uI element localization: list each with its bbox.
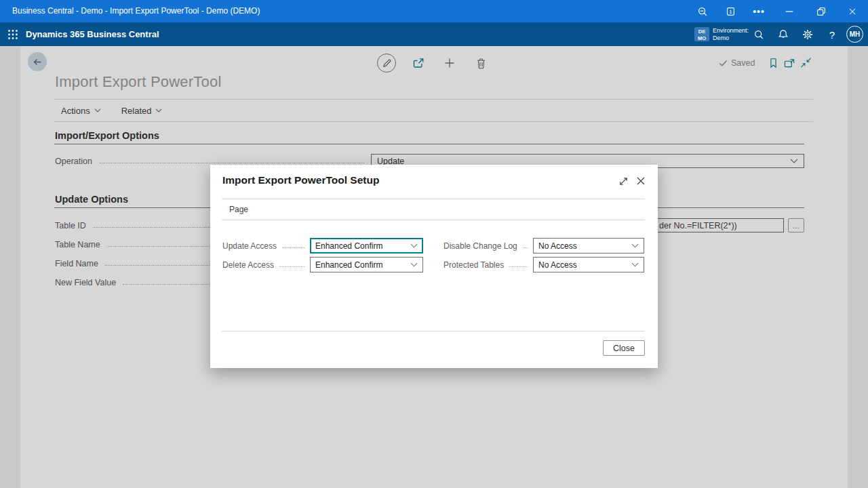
minimize-icon[interactable]: [778, 0, 801, 22]
restore-icon[interactable]: [810, 0, 833, 22]
window-tabs-icon[interactable]: 1: [719, 0, 742, 22]
screen: Business Central - Demo - Import Export …: [0, 0, 868, 488]
dotted-leader: [279, 266, 304, 267]
dotted-leader: [509, 266, 528, 267]
disable-change-log-label: Disable Change Log: [443, 241, 517, 251]
disable-change-log-value: No Access: [538, 241, 577, 251]
zoom-out-icon[interactable]: [691, 0, 714, 22]
environment-badge-line2: MO: [694, 35, 709, 42]
environment-name: Demo: [713, 35, 749, 42]
close-dialog-icon[interactable]: [635, 175, 647, 187]
app-launcher-icon[interactable]: [5, 26, 21, 43]
field-row-update-access: Update Access Enhanced Confirm: [222, 238, 423, 253]
dialog-tab-page: Page: [229, 205, 248, 214]
protected-tables-value: No Access: [538, 260, 577, 270]
update-access-combobox[interactable]: Enhanced Confirm: [310, 238, 423, 253]
dialog-divider: [222, 220, 645, 220]
dotted-leader: [523, 247, 528, 248]
titlebar-more-icon[interactable]: •••: [747, 0, 770, 22]
chevron-down-icon: [410, 262, 418, 267]
help-icon[interactable]: ?: [824, 26, 840, 43]
settings-gear-icon[interactable]: [800, 26, 816, 43]
window-titlebar: Business Central - Demo - Import Export …: [0, 0, 868, 22]
delete-access-label: Delete Access: [222, 260, 274, 270]
window-title: Business Central - Demo - Import Export …: [12, 0, 260, 22]
chevron-down-icon: [410, 243, 418, 248]
search-icon[interactable]: [751, 26, 767, 43]
expand-dialog-icon[interactable]: [617, 175, 629, 187]
notifications-bell-icon[interactable]: [775, 26, 791, 43]
environment-badge: DE MO: [694, 27, 709, 41]
disable-change-log-combobox[interactable]: No Access: [533, 238, 644, 253]
environment-label: Environment: Demo: [713, 27, 749, 43]
dialog-divider: [222, 199, 645, 199]
avatar[interactable]: MH: [846, 26, 863, 43]
field-row-delete-access: Delete Access Enhanced Confirm: [222, 257, 423, 272]
delete-access-value: Enhanced Confirm: [315, 260, 382, 270]
dotted-leader: [282, 247, 304, 248]
close-window-icon[interactable]: [841, 0, 864, 22]
dialog-divider: [222, 331, 645, 331]
field-row-protected-tables: Protected Tables No Access: [443, 257, 644, 272]
svg-text:1: 1: [729, 8, 732, 14]
field-row-disable-change-log: Disable Change Log No Access: [443, 238, 644, 253]
delete-access-combobox[interactable]: Enhanced Confirm: [310, 257, 423, 272]
dialog-title: Import Export PowerTool Setup: [222, 174, 379, 186]
app-brand[interactable]: Dynamics 365 Business Central: [26, 22, 159, 46]
close-button[interactable]: Close: [603, 340, 645, 356]
environment-caption: Environment:: [713, 27, 749, 35]
update-access-value: Enhanced Confirm: [315, 241, 382, 251]
protected-tables-label: Protected Tables: [443, 260, 504, 270]
setup-dialog: Import Export PowerTool Setup Page Updat…: [210, 165, 658, 368]
environment-badge-line1: DE: [694, 28, 709, 35]
app-header: Dynamics 365 Business Central DE MO Envi…: [0, 22, 868, 46]
update-access-label: Update Access: [222, 241, 277, 251]
chevron-down-icon: [631, 262, 639, 267]
protected-tables-combobox[interactable]: No Access: [533, 257, 644, 272]
chevron-down-icon: [631, 243, 639, 248]
